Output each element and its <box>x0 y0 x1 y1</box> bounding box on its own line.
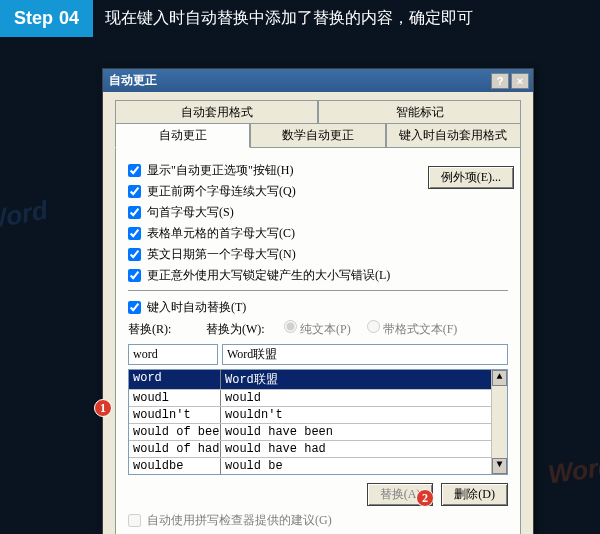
header-col1: word <box>129 370 221 389</box>
table-row[interactable]: would of beenwould have been <box>129 423 507 440</box>
with-input[interactable] <box>222 344 508 365</box>
radio-formatted: 带格式文本(F) <box>367 320 458 338</box>
table-row[interactable]: wouldbewould be <box>129 457 507 474</box>
chk-capslock-label: 更正意外使用大写锁定键产生的大小写错误(L) <box>147 267 390 284</box>
step-description: 现在键入时自动替换中添加了替换的内容，确定即可 <box>105 8 473 29</box>
tab-pane: 例外项(E)... 显示"自动更正选项"按钮(H) 更正前两个字母连续大写(Q)… <box>115 148 521 534</box>
header-col2: Word联盟 <box>221 370 507 389</box>
scroll-down-icon[interactable]: ▼ <box>492 458 507 474</box>
tab-smarttags[interactable]: 智能标记 <box>318 100 521 124</box>
chk-replace-typing[interactable] <box>128 301 141 314</box>
replace-input[interactable] <box>128 344 218 365</box>
chk-sentence-cap[interactable] <box>128 206 141 219</box>
delete-button[interactable]: 删除(D) <box>441 483 508 506</box>
watermark-left: Word <box>0 195 50 237</box>
step-label: Step <box>14 8 53 29</box>
step-banner: Step 04 现在键入时自动替换中添加了替换的内容，确定即可 <box>0 0 600 37</box>
step-number: 04 <box>59 8 79 29</box>
close-button[interactable]: × <box>511 73 529 89</box>
chk-two-caps-label: 更正前两个字母连续大写(Q) <box>147 183 296 200</box>
chk-show-options-label: 显示"自动更正选项"按钮(H) <box>147 162 293 179</box>
dialog-title: 自动更正 <box>109 72 157 89</box>
chk-two-caps[interactable] <box>128 185 141 198</box>
titlebar[interactable]: 自动更正 ? × <box>103 69 533 92</box>
annotation-2: 2 <box>416 489 434 507</box>
autocorrect-dialog: 自动更正 ? × 自动套用格式 智能标记 自动更正 数学自动更正 键入时自动套用… <box>102 68 534 534</box>
replace-table[interactable]: word Word联盟 woudlwould woudln'twouldn't … <box>128 369 508 475</box>
tab-autocorrect[interactable]: 自动更正 <box>115 123 250 148</box>
chk-table-cap[interactable] <box>128 227 141 240</box>
step-badge: Step 04 <box>0 0 93 37</box>
chk-show-options[interactable] <box>128 164 141 177</box>
table-row[interactable]: woudlwould <box>129 389 507 406</box>
table-row[interactable]: woudln'twouldn't <box>129 406 507 423</box>
watermark-right: Word <box>546 451 600 491</box>
chk-day-cap[interactable] <box>128 248 141 261</box>
radio-plain-input <box>284 320 297 333</box>
table-row[interactable]: would of hadwould have had <box>129 440 507 457</box>
tab-autoformat[interactable]: 自动套用格式 <box>115 100 318 124</box>
help-button[interactable]: ? <box>491 73 509 89</box>
table-header[interactable]: word Word联盟 <box>129 370 507 389</box>
chk-sentence-cap-label: 句首字母大写(S) <box>147 204 234 221</box>
tab-math-autocorrect[interactable]: 数学自动更正 <box>250 123 385 148</box>
chk-day-cap-label: 英文日期第一个字母大写(N) <box>147 246 296 263</box>
chk-table-cap-label: 表格单元格的首字母大写(C) <box>147 225 295 242</box>
scroll-up-icon[interactable]: ▲ <box>492 370 507 386</box>
chk-spellcheck-label: 自动使用拼写检查器提供的建议(G) <box>147 512 332 529</box>
annotation-1: 1 <box>94 399 112 417</box>
chk-spellcheck <box>128 514 141 527</box>
radio-formatted-input <box>367 320 380 333</box>
radio-plain: 纯文本(P) <box>284 320 351 338</box>
scrollbar[interactable]: ▲ ▼ <box>491 370 507 474</box>
chk-capslock[interactable] <box>128 269 141 282</box>
scrollbar-track[interactable] <box>492 386 507 458</box>
chk-replace-typing-label: 键入时自动替换(T) <box>147 299 246 316</box>
with-label: 替换为(W): <box>206 321 276 338</box>
exceptions-button[interactable]: 例外项(E)... <box>428 166 514 189</box>
replace-label: 替换(R): <box>128 321 198 338</box>
tab-autoformat-typing[interactable]: 键入时自动套用格式 <box>386 123 521 148</box>
